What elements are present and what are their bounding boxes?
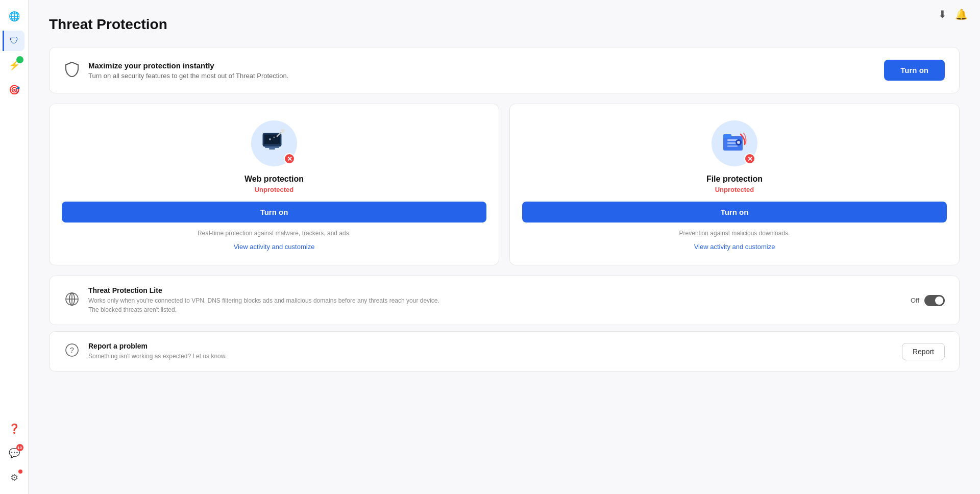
report-problem-description: Something isn't working as expected? Let…: [88, 352, 227, 361]
sidebar-item-help[interactable]: ❓: [4, 418, 24, 439]
web-protection-title: Web protection: [244, 175, 304, 184]
svg-rect-10: [723, 134, 731, 138]
sidebar: 🌐 🛡 ⚡ 🎯 ❓ 💬 10 ⚙: [0, 0, 29, 494]
help-icon: ❓: [9, 423, 20, 434]
threat-protection-lite-icon: [64, 292, 80, 309]
toggle-label: Off: [911, 297, 919, 304]
svg-rect-5: [265, 146, 279, 148]
sidebar-item-shield[interactable]: 🛡: [3, 31, 24, 51]
globe-icon: 🌐: [9, 11, 20, 22]
web-protection-view-link[interactable]: View activity and customize: [234, 243, 315, 251]
report-problem-title: Report a problem: [88, 342, 227, 350]
green-badge: [16, 56, 23, 63]
threat-protection-lite-left: Threat Protection Lite Works only when y…: [64, 286, 446, 314]
report-problem-icon: ?: [64, 343, 80, 360]
threat-protection-lite-row: Threat Protection Lite Works only when y…: [49, 276, 960, 325]
sidebar-item-globe[interactable]: 🌐: [4, 6, 24, 27]
web-protection-x-badge: ✕: [284, 153, 295, 164]
sidebar-item-settings[interactable]: ⚙: [4, 467, 24, 488]
target-icon: 🎯: [9, 84, 20, 95]
file-protection-view-link[interactable]: View activity and customize: [694, 243, 775, 251]
shield-icon: 🛡: [10, 36, 19, 46]
web-protection-description: Real-time protection against malware, tr…: [198, 230, 351, 237]
banner-shield-icon: [64, 61, 80, 80]
svg-text:?: ?: [70, 346, 74, 354]
bell-icon[interactable]: 🔔: [955, 8, 968, 20]
file-protection-status: Unprotected: [715, 186, 754, 193]
page-title: Threat Protection: [49, 16, 960, 33]
svg-rect-6: [269, 148, 275, 150]
file-protection-x-badge: ✕: [744, 153, 755, 164]
svg-point-7: [269, 138, 271, 140]
sidebar-item-speedometer[interactable]: ⚡: [4, 55, 24, 76]
svg-rect-12: [727, 142, 737, 144]
settings-icon: ⚙: [10, 472, 18, 483]
web-protection-illustration: ✕: [251, 120, 297, 166]
web-protection-card: ✕ Web protection Unprotected Turn on Rea…: [49, 104, 499, 265]
svg-point-8: [274, 137, 275, 138]
sidebar-item-target[interactable]: 🎯: [4, 80, 24, 100]
banner-card: Maximize your protection instantly Turn …: [49, 47, 960, 93]
protection-grid: ✕ Web protection Unprotected Turn on Rea…: [49, 104, 960, 265]
chat-badge: 10: [16, 444, 23, 451]
banner-left: Maximize your protection instantly Turn …: [64, 61, 288, 80]
topbar: ⬇ 🔔: [926, 0, 980, 29]
main-content: Threat Protection Maximize your protecti…: [29, 0, 980, 494]
file-protection-card: ✕ File protection Unprotected Turn on Pr…: [509, 104, 960, 265]
banner-description: Turn on all security features to get the…: [88, 72, 288, 80]
file-protection-illustration: ✕: [712, 120, 757, 166]
file-protection-turn-on-button[interactable]: Turn on: [522, 202, 947, 223]
web-protection-status: Unprotected: [255, 186, 294, 193]
file-protection-description: Prevention against malicious downloads.: [679, 230, 790, 237]
banner-turn-on-button[interactable]: Turn on: [884, 60, 945, 81]
report-button[interactable]: Report: [902, 343, 945, 360]
web-protection-turn-on-button[interactable]: Turn on: [62, 202, 486, 223]
report-problem-left: ? Report a problem Something isn't worki…: [64, 342, 227, 361]
report-problem-text: Report a problem Something isn't working…: [88, 342, 227, 361]
banner-text: Maximize your protection instantly Turn …: [88, 61, 288, 80]
banner-title: Maximize your protection instantly: [88, 61, 288, 70]
file-protection-title: File protection: [706, 175, 763, 184]
threat-protection-lite-title: Threat Protection Lite: [88, 286, 446, 294]
threat-protection-lite-text: Threat Protection Lite Works only when y…: [88, 286, 446, 314]
report-problem-row: ? Report a problem Something isn't worki…: [49, 331, 960, 372]
download-icon[interactable]: ⬇: [938, 8, 947, 20]
sidebar-item-chat[interactable]: 💬 10: [4, 443, 24, 463]
settings-badge: [18, 470, 22, 474]
svg-rect-13: [727, 145, 738, 147]
svg-point-15: [737, 141, 740, 144]
threat-protection-lite-description: Works only when you're connected to VPN.…: [88, 296, 446, 314]
toggle-area: Off: [911, 295, 945, 306]
sidebar-bottom: ❓ 💬 10 ⚙: [4, 418, 24, 488]
threat-protection-lite-toggle[interactable]: [924, 295, 945, 306]
